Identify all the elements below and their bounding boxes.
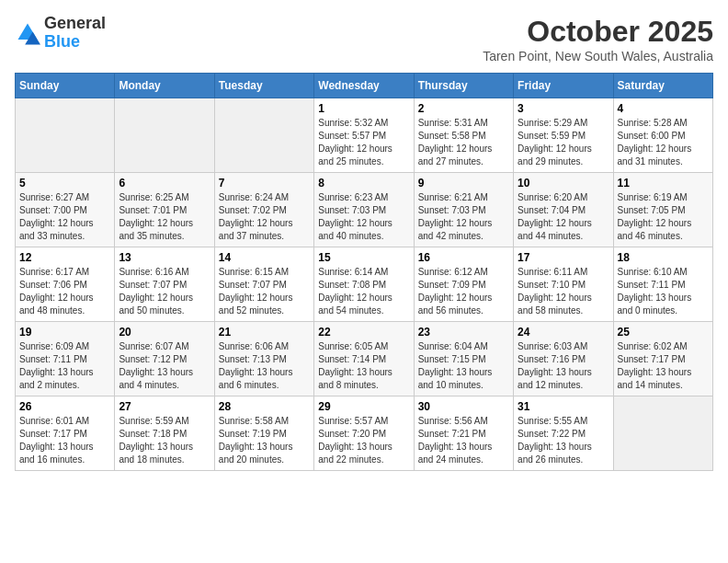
day-number: 28 [219, 400, 310, 413]
day-number: 15 [318, 251, 409, 264]
day-info: Sunrise: 5:55 AM Sunset: 7:22 PM Dayligh… [518, 415, 609, 466]
logo-line1: General [44, 15, 106, 33]
day-number: 21 [219, 326, 310, 339]
calendar-cell: 30Sunrise: 5:56 AM Sunset: 7:21 PM Dayli… [414, 396, 513, 471]
day-info: Sunrise: 6:10 AM Sunset: 7:11 PM Dayligh… [618, 266, 709, 317]
day-number: 5 [19, 177, 110, 190]
calendar-cell: 9Sunrise: 6:21 AM Sunset: 7:03 PM Daylig… [414, 173, 513, 247]
calendar-cell [613, 396, 712, 471]
day-number: 23 [418, 326, 509, 339]
day-info: Sunrise: 5:28 AM Sunset: 6:00 PM Dayligh… [618, 117, 709, 168]
day-info: Sunrise: 5:29 AM Sunset: 5:59 PM Dayligh… [518, 117, 609, 168]
day-info: Sunrise: 6:24 AM Sunset: 7:02 PM Dayligh… [219, 191, 310, 243]
day-info: Sunrise: 5:56 AM Sunset: 7:21 PM Dayligh… [418, 415, 509, 466]
weekday-header: Wednesday [314, 74, 414, 98]
logo-line2: Blue [44, 33, 106, 52]
calendar-cell: 11Sunrise: 6:19 AM Sunset: 7:05 PM Dayli… [613, 173, 712, 247]
day-number: 8 [318, 177, 409, 190]
day-number: 2 [418, 102, 509, 115]
calendar-cell: 24Sunrise: 6:03 AM Sunset: 7:16 PM Dayli… [514, 322, 613, 396]
day-number: 26 [19, 400, 110, 413]
title-area: October 2025 Taren Point, New South Wale… [483, 15, 713, 63]
calendar-cell: 22Sunrise: 6:05 AM Sunset: 7:14 PM Dayli… [314, 322, 414, 396]
day-number: 9 [418, 177, 509, 190]
calendar-cell: 31Sunrise: 5:55 AM Sunset: 7:22 PM Dayli… [514, 396, 613, 471]
day-info: Sunrise: 6:17 AM Sunset: 7:06 PM Dayligh… [19, 266, 110, 317]
day-info: Sunrise: 6:11 AM Sunset: 7:10 PM Dayligh… [518, 266, 609, 317]
logo: General Blue [15, 15, 106, 52]
calendar-cell: 4Sunrise: 5:28 AM Sunset: 6:00 PM Daylig… [613, 98, 712, 173]
calendar-cell: 8Sunrise: 6:23 AM Sunset: 7:03 PM Daylig… [314, 173, 414, 247]
calendar-cell: 12Sunrise: 6:17 AM Sunset: 7:06 PM Dayli… [16, 247, 115, 322]
day-info: Sunrise: 6:21 AM Sunset: 7:03 PM Dayligh… [418, 191, 509, 243]
day-number: 30 [418, 400, 509, 413]
day-number: 1 [318, 102, 409, 115]
calendar-header-row: SundayMondayTuesdayWednesdayThursdayFrid… [16, 74, 713, 98]
day-number: 18 [618, 251, 709, 264]
day-info: Sunrise: 6:06 AM Sunset: 7:13 PM Dayligh… [219, 340, 310, 392]
day-info: Sunrise: 6:23 AM Sunset: 7:03 PM Dayligh… [318, 191, 409, 243]
day-info: Sunrise: 5:32 AM Sunset: 5:57 PM Dayligh… [318, 117, 409, 168]
weekday-header: Sunday [16, 74, 115, 98]
calendar-week-row: 5Sunrise: 6:27 AM Sunset: 7:00 PM Daylig… [16, 173, 713, 247]
calendar-cell: 6Sunrise: 6:25 AM Sunset: 7:01 PM Daylig… [115, 173, 214, 247]
calendar-cell [115, 98, 214, 173]
calendar-week-row: 19Sunrise: 6:09 AM Sunset: 7:11 PM Dayli… [16, 322, 713, 396]
day-info: Sunrise: 5:57 AM Sunset: 7:20 PM Dayligh… [318, 415, 409, 466]
calendar-cell: 15Sunrise: 6:14 AM Sunset: 7:08 PM Dayli… [314, 247, 414, 322]
weekday-header: Thursday [414, 74, 513, 98]
calendar-cell: 2Sunrise: 5:31 AM Sunset: 5:58 PM Daylig… [414, 98, 513, 173]
day-info: Sunrise: 6:20 AM Sunset: 7:04 PM Dayligh… [518, 191, 609, 243]
day-info: Sunrise: 6:12 AM Sunset: 7:09 PM Dayligh… [418, 266, 509, 317]
day-info: Sunrise: 6:01 AM Sunset: 7:17 PM Dayligh… [19, 415, 110, 466]
day-number: 24 [518, 326, 609, 339]
location: Taren Point, New South Wales, Australia [483, 49, 713, 63]
calendar-cell: 26Sunrise: 6:01 AM Sunset: 7:17 PM Dayli… [16, 396, 115, 471]
day-info: Sunrise: 5:31 AM Sunset: 5:58 PM Dayligh… [418, 117, 509, 168]
day-info: Sunrise: 5:59 AM Sunset: 7:18 PM Dayligh… [119, 415, 210, 466]
day-info: Sunrise: 6:25 AM Sunset: 7:01 PM Dayligh… [119, 191, 210, 243]
day-number: 4 [618, 102, 709, 115]
calendar-week-row: 12Sunrise: 6:17 AM Sunset: 7:06 PM Dayli… [16, 247, 713, 322]
day-info: Sunrise: 6:07 AM Sunset: 7:12 PM Dayligh… [119, 340, 210, 392]
calendar-cell: 10Sunrise: 6:20 AM Sunset: 7:04 PM Dayli… [514, 173, 613, 247]
day-number: 12 [19, 251, 110, 264]
calendar-cell: 14Sunrise: 6:15 AM Sunset: 7:07 PM Dayli… [214, 247, 313, 322]
calendar-cell: 13Sunrise: 6:16 AM Sunset: 7:07 PM Dayli… [115, 247, 214, 322]
weekday-header: Friday [514, 74, 613, 98]
calendar-cell: 17Sunrise: 6:11 AM Sunset: 7:10 PM Dayli… [514, 247, 613, 322]
calendar-cell: 3Sunrise: 5:29 AM Sunset: 5:59 PM Daylig… [514, 98, 613, 173]
day-info: Sunrise: 6:04 AM Sunset: 7:15 PM Dayligh… [418, 340, 509, 392]
day-info: Sunrise: 6:03 AM Sunset: 7:16 PM Dayligh… [518, 340, 609, 392]
day-info: Sunrise: 6:27 AM Sunset: 7:00 PM Dayligh… [19, 191, 110, 243]
page-header: General Blue October 2025 Taren Point, N… [15, 15, 713, 63]
calendar-table: SundayMondayTuesdayWednesdayThursdayFrid… [15, 73, 713, 471]
day-number: 29 [318, 400, 409, 413]
calendar-cell: 29Sunrise: 5:57 AM Sunset: 7:20 PM Dayli… [314, 396, 414, 471]
day-number: 19 [19, 326, 110, 339]
day-info: Sunrise: 6:16 AM Sunset: 7:07 PM Dayligh… [119, 266, 210, 317]
calendar-cell: 28Sunrise: 5:58 AM Sunset: 7:19 PM Dayli… [214, 396, 313, 471]
calendar-cell: 19Sunrise: 6:09 AM Sunset: 7:11 PM Dayli… [16, 322, 115, 396]
day-number: 27 [119, 400, 210, 413]
calendar-cell: 5Sunrise: 6:27 AM Sunset: 7:00 PM Daylig… [16, 173, 115, 247]
weekday-header: Tuesday [214, 74, 313, 98]
day-info: Sunrise: 5:58 AM Sunset: 7:19 PM Dayligh… [219, 415, 310, 466]
calendar-cell: 16Sunrise: 6:12 AM Sunset: 7:09 PM Dayli… [414, 247, 513, 322]
calendar-cell [214, 98, 313, 173]
calendar-cell: 20Sunrise: 6:07 AM Sunset: 7:12 PM Dayli… [115, 322, 214, 396]
weekday-header: Monday [115, 74, 214, 98]
calendar-cell: 23Sunrise: 6:04 AM Sunset: 7:15 PM Dayli… [414, 322, 513, 396]
day-info: Sunrise: 6:19 AM Sunset: 7:05 PM Dayligh… [618, 191, 709, 243]
calendar-cell: 21Sunrise: 6:06 AM Sunset: 7:13 PM Dayli… [214, 322, 313, 396]
day-number: 16 [418, 251, 509, 264]
month-title: October 2025 [483, 15, 713, 49]
day-number: 7 [219, 177, 310, 190]
day-number: 6 [119, 177, 210, 190]
calendar-week-row: 1Sunrise: 5:32 AM Sunset: 5:57 PM Daylig… [16, 98, 713, 173]
day-info: Sunrise: 6:05 AM Sunset: 7:14 PM Dayligh… [318, 340, 409, 392]
calendar-cell [16, 98, 115, 173]
day-number: 14 [219, 251, 310, 264]
day-info: Sunrise: 6:02 AM Sunset: 7:17 PM Dayligh… [618, 340, 709, 392]
calendar-cell: 18Sunrise: 6:10 AM Sunset: 7:11 PM Dayli… [613, 247, 712, 322]
